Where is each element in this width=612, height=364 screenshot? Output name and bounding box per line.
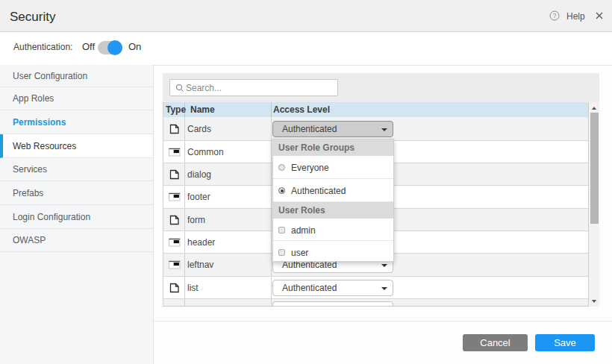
svg-text:?: ?	[553, 12, 557, 19]
